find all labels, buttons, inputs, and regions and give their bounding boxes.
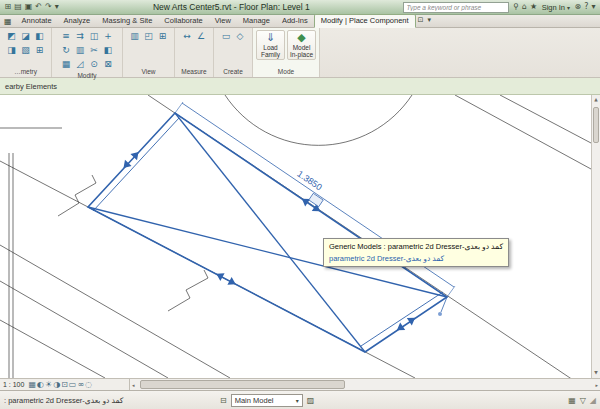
ribbon-tab-bar: ▦ AnnotateAnalyzeMassing & SiteCollabora… — [0, 15, 600, 28]
thin-lines-icon[interactable]: ▥ — [128, 30, 141, 43]
exclude-options-icon[interactable]: ▨ — [307, 396, 315, 405]
copy-icon[interactable]: ▥ — [74, 44, 87, 57]
app-grid-icon[interactable]: ⊞ — [5, 2, 12, 12]
crop-view-icon[interactable]: ⊡ — [61, 380, 68, 390]
editable-only-icon[interactable]: ▦ — [568, 396, 576, 405]
sign-in-label: Sign In — [542, 3, 565, 12]
sun-path-icon[interactable]: ☀ — [45, 380, 52, 390]
trim-icon[interactable]: ✂ — [88, 44, 101, 57]
subscription-center-icon[interactable]: ⌂ — [522, 2, 527, 12]
design-option-select[interactable]: Main Model ▾ — [231, 394, 303, 407]
apply-coping-icon[interactable]: ◨ — [5, 44, 18, 57]
ribbon-tab[interactable]: Annotate — [16, 15, 58, 27]
help-icon[interactable]: ? — [584, 2, 588, 12]
crop-region-icon[interactable]: ▭ — [69, 380, 77, 390]
reveal-hidden-icon[interactable]: ◌ — [85, 380, 92, 390]
scroll-up-icon[interactable]: ▲ — [592, 97, 600, 103]
scale-indicator[interactable]: 1 : 100 — [3, 381, 24, 388]
switch-windows-icon[interactable]: ⊞ — [156, 30, 169, 43]
view-bar-icons: ▦◐☀◑⊡▭∞◌ — [28, 380, 92, 390]
scale-icon[interactable]: ◿ — [74, 58, 87, 71]
pin-icon[interactable]: ⊙ — [88, 58, 101, 71]
temporary-dimension-value[interactable]: 1.3850 — [295, 169, 323, 193]
join-geometry-icon[interactable]: ◪ — [19, 30, 32, 43]
window-title: New Arts Center5.rvt - Floor Plan: Level… — [60, 2, 402, 12]
save-icon[interactable]: ▣ — [25, 2, 33, 12]
mode-button-icon: ◆ — [297, 32, 305, 44]
move-icon[interactable]: + — [102, 30, 115, 43]
scroll-left-icon[interactable]: ◂ — [132, 382, 135, 388]
undo-icon[interactable]: ↶ — [35, 2, 42, 12]
open-icon[interactable]: ▤ — [14, 2, 22, 12]
search-input[interactable] — [403, 2, 509, 13]
vertical-scroll-thumb[interactable] — [593, 107, 599, 143]
cope-icon[interactable]: ◧ — [33, 30, 46, 43]
shadows-icon[interactable]: ◑ — [53, 380, 60, 390]
ribbon-tab[interactable]: Analyze — [58, 15, 97, 27]
demolish-icon[interactable]: ⊞ — [33, 44, 46, 57]
create-group-icon[interactable]: ▭ — [220, 30, 233, 43]
mode-button-icon: ⇓ — [266, 32, 275, 44]
model-in-place-button[interactable]: ◆ Model In-place — [287, 30, 316, 60]
ribbon-tab[interactable]: Manage — [237, 15, 276, 27]
ribbon-tab[interactable]: Add-Ins — [276, 15, 314, 27]
panel-label: View — [142, 67, 156, 77]
design-options-icon[interactable]: ⊟ — [220, 396, 227, 405]
tooltip-line-2: parametric 2d Dresser-کمد دو بعدی — [329, 253, 503, 265]
tab-modify-place-component[interactable]: Modify | Place Component — [314, 14, 416, 28]
panel-toggle-icon[interactable]: ⊡ — [418, 15, 424, 25]
horizontal-scroll-thumb[interactable] — [140, 380, 345, 389]
application-menu-icon[interactable]: ▦ — [4, 17, 12, 26]
array-icon[interactable]: ▦ — [60, 58, 73, 71]
exchange-apps-icon[interactable]: ⊗ — [575, 2, 582, 12]
ribbon-state-caret-icon[interactable]: ▾ — [427, 15, 431, 25]
dimension-icon[interactable]: ∠ — [195, 30, 208, 43]
drawing-canvas[interactable]: 1.3850 Generic Models : parametric 2d Dr… — [0, 95, 600, 378]
wall-joins-icon[interactable]: ▧ — [19, 44, 32, 57]
offset-icon[interactable]: ⇉ — [74, 30, 87, 43]
rotate-icon[interactable]: ↻ — [60, 44, 73, 57]
help-caret-icon[interactable]: ▾ — [591, 2, 595, 12]
scroll-right-icon[interactable]: ▸ — [595, 382, 598, 388]
horizontal-scrollbar[interactable]: ◂ ▸ — [130, 379, 600, 390]
sign-in-button[interactable]: Sign In ▾ — [542, 3, 570, 12]
chevron-down-icon: ▾ — [296, 397, 299, 404]
ribbon-panel-measure: ↔∠ Measure — [175, 28, 214, 77]
detail-level-icon[interactable]: ▦ — [28, 380, 36, 390]
measure-icon[interactable]: ↔ — [181, 30, 194, 43]
ribbon-panel-mode: ⇓ Load Family ◆ Model In-place Mode — [253, 28, 320, 77]
split-icon[interactable]: ◧ — [102, 44, 115, 57]
show-hidden-lines-icon[interactable]: ◰ — [142, 30, 155, 43]
status-message: : parametric 2d Dresser-کمد دو بعدی — [4, 396, 216, 405]
vertical-scrollbar[interactable]: ▲ ▼ — [591, 95, 600, 378]
panel-label: Mode — [278, 67, 294, 77]
chevron-down-icon: ▾ — [567, 4, 570, 11]
create-similar-icon[interactable]: ◇ — [234, 30, 247, 43]
visual-style-icon[interactable]: ◐ — [37, 380, 44, 390]
options-bar-text: earby Elements — [5, 82, 57, 91]
redo-icon[interactable]: ↷ — [45, 2, 52, 12]
infocenter: ⚲⌂★ Sign In ▾ ⊗?▾ — [403, 2, 597, 13]
ribbon-tab[interactable]: View — [209, 15, 237, 27]
search-icon[interactable]: ⚲ — [513, 2, 519, 12]
qat-caret-icon[interactable]: ▾ — [55, 2, 59, 12]
ribbon-tab[interactable]: Massing & Site — [96, 15, 158, 27]
drag-control-dot[interactable] — [438, 312, 442, 316]
temporary-hide-icon[interactable]: ∞ — [77, 380, 84, 390]
delete-icon[interactable]: ⊠ — [102, 58, 115, 71]
filter-icon[interactable]: ▽ — [580, 396, 586, 405]
ribbon-tabs: AnnotateAnalyzeMassing & SiteCollaborate… — [16, 15, 314, 27]
mirror-icon[interactable]: ◫ — [88, 30, 101, 43]
selected-component[interactable] — [88, 113, 447, 352]
design-option-value: Main Model — [235, 396, 274, 405]
ribbon-panel-create: ▭◇ Create — [214, 28, 253, 77]
model-lines — [0, 95, 591, 378]
scroll-down-icon[interactable]: ▼ — [592, 370, 600, 376]
infocenter-icons: ⚲⌂★ — [512, 2, 539, 12]
favorites-icon[interactable]: ★ — [530, 2, 537, 12]
load-family-button[interactable]: ⇓ Load Family — [256, 30, 285, 60]
cut-geometry-icon[interactable]: ◩ — [5, 30, 18, 43]
ribbon-tab[interactable]: Collaborate — [158, 15, 208, 27]
align-icon[interactable]: ≡ — [60, 30, 73, 43]
bottom-bar: 1 : 100 ▦◐☀◑⊡▭∞◌ ◂ ▸ — [0, 378, 600, 390]
